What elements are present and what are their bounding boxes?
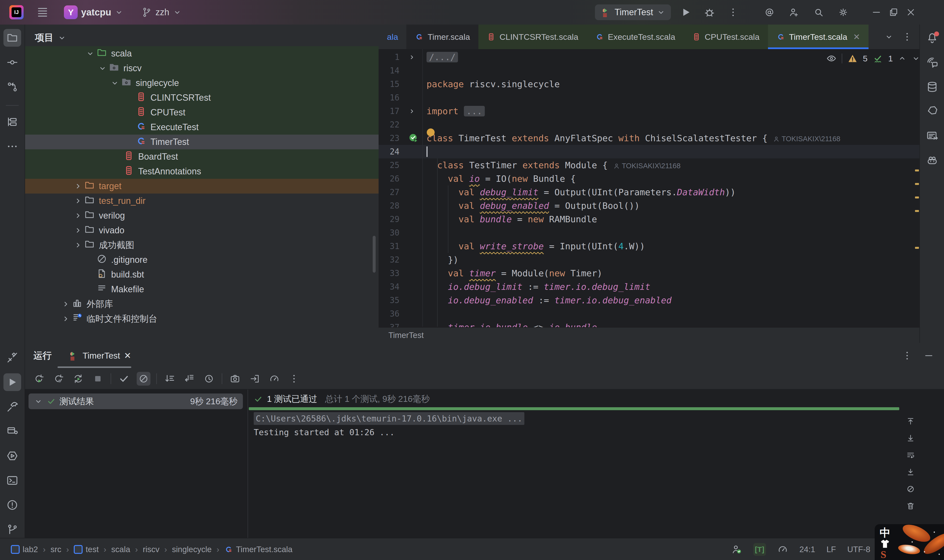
grammar-check-icon[interactable] <box>873 53 883 64</box>
chevron-right-icon[interactable] <box>74 211 82 220</box>
author-inlay-hint[interactable]: TOKISAKIX\21168 <box>773 135 841 143</box>
tree-item-scala[interactable]: scala <box>25 46 438 61</box>
tool-window-button-notifications[interactable] <box>923 29 941 47</box>
tool-window-button-commit[interactable] <box>3 54 21 71</box>
tool-window-button-terminal[interactable] <box>3 472 21 489</box>
tree-item-build.sbt[interactable]: build.sbt <box>25 267 438 282</box>
next-problem-icon[interactable] <box>912 54 921 63</box>
fold-marker-icon[interactable] <box>408 108 415 115</box>
console-soft-wrap-button[interactable] <box>905 451 916 460</box>
tree-item-vivado[interactable]: vivado <box>25 223 425 238</box>
run-tab-timertest[interactable]: TimerTest ✕ <box>66 350 133 361</box>
vcs-branch-widget[interactable]: zzh <box>140 7 183 18</box>
hidden-tabs-icon[interactable] <box>884 32 893 41</box>
tool-window-button-project[interactable] <box>3 29 21 47</box>
run-toolbar-profiler-button[interactable] <box>267 372 281 386</box>
maximize-window-button[interactable] <box>885 4 902 21</box>
tree-item-target[interactable]: target <box>25 179 425 194</box>
ime-brand-logo[interactable]: S <box>881 549 886 560</box>
more-run-actions-button[interactable] <box>725 4 742 21</box>
ime-language-indicator[interactable]: 中 <box>879 526 890 540</box>
project-widget[interactable]: Y yatcpu <box>62 5 125 19</box>
tool-window-button-structure[interactable] <box>3 113 21 131</box>
chevron-down-icon[interactable] <box>57 34 66 42</box>
editor-tab-ExecuteTest.scala[interactable]: ExecuteTest.scala <box>587 25 684 49</box>
tool-window-button-ai-assistant[interactable] <box>923 54 941 71</box>
search-button[interactable] <box>810 4 827 21</box>
editor-breadcrumb[interactable]: TimerTest <box>379 327 919 343</box>
tool-window-button-dependencies[interactable] <box>923 103 941 120</box>
warning-stripe-mark[interactable] <box>915 210 919 212</box>
ai-at-button[interactable] <box>761 4 778 21</box>
editor-tab-TimerTest.scala[interactable]: TimerTest.scala✕ <box>768 25 868 49</box>
tree-item-外部库[interactable]: 外部库 <box>25 297 413 311</box>
tool-window-button-assistant-robot[interactable] <box>923 152 941 169</box>
close-window-button[interactable] <box>902 4 919 21</box>
run-toolbar-history-button[interactable] <box>202 372 216 386</box>
editor-tab-Timer.scala[interactable]: Timer.scala <box>406 25 478 49</box>
close-run-tab-icon[interactable]: ✕ <box>124 351 131 360</box>
tree-item-verilog[interactable]: verilog <box>25 208 425 223</box>
run-toolbar-rerun-auto-button[interactable] <box>71 372 85 386</box>
passed-inspection-count[interactable]: 1 <box>888 54 893 63</box>
console-scroll-top-button[interactable] <box>905 417 916 427</box>
console-delete-button[interactable] <box>905 501 916 511</box>
caret-position[interactable]: 24:1 <box>799 545 815 554</box>
console-clear-all-button[interactable] <box>905 485 916 494</box>
warning-stripe-mark[interactable] <box>915 183 919 185</box>
tool-window-button-documentation[interactable] <box>923 127 941 145</box>
author-inlay-hint[interactable]: TOKISAKIX\21168 <box>613 162 681 170</box>
file-encoding[interactable]: UTF-8 <box>847 545 870 554</box>
run-toolbar-export-button[interactable] <box>248 372 262 386</box>
tree-item-Makefile[interactable]: Makefile <box>25 282 438 297</box>
tool-window-button-pull-requests[interactable] <box>3 78 21 96</box>
chevron-right-icon[interactable] <box>61 300 70 309</box>
minimize-window-button[interactable] <box>868 4 885 21</box>
performance-icon[interactable] <box>777 544 788 555</box>
breadcrumb-TimerTest.scala[interactable]: TimerTest.scala <box>224 545 293 554</box>
fold-marker-icon[interactable] <box>408 54 415 61</box>
breadcrumb-src[interactable]: src <box>50 545 61 554</box>
chevron-right-icon[interactable] <box>74 226 82 235</box>
tab-options-icon[interactable] <box>902 31 913 42</box>
tree-item-成功截图[interactable]: 成功截图 <box>25 238 425 252</box>
license-user-icon[interactable] <box>731 544 742 555</box>
breadcrumb-lab2[interactable]: lab2 <box>11 545 38 554</box>
run-toolbar-snapshot-button[interactable] <box>228 372 242 386</box>
test-results-row[interactable]: 测试结果 9秒 216毫秒 <box>29 394 243 409</box>
chevron-down-icon[interactable] <box>98 64 107 73</box>
main-menu-button[interactable] <box>35 6 50 18</box>
translate-plugin-badge[interactable]: [T] <box>753 543 766 556</box>
tool-window-button-profiler[interactable] <box>3 447 21 465</box>
run-toolbar-show-ignored-button[interactable] <box>137 372 150 386</box>
chevron-right-icon[interactable] <box>74 241 82 249</box>
tool-window-button-more-tool-windows[interactable] <box>3 137 21 155</box>
project-tree-scrollbar[interactable] <box>373 236 376 272</box>
tool-window-button-services[interactable] <box>3 423 21 440</box>
warning-stripe-mark[interactable] <box>915 197 919 198</box>
warning-icon[interactable] <box>847 53 858 64</box>
chevron-right-icon[interactable] <box>74 197 82 205</box>
run-toolbar-collapse-button[interactable] <box>182 372 196 386</box>
editor-tab-ala[interactable]: ala <box>379 25 406 49</box>
prev-problem-icon[interactable] <box>898 54 907 63</box>
user-plus-button[interactable] <box>785 4 803 21</box>
tree-item-.gitignore[interactable]: .gitignore <box>25 252 438 267</box>
breadcrumb-singlecycle[interactable]: singlecycle <box>172 545 211 554</box>
gear-button[interactable] <box>834 4 852 21</box>
tool-window-button-database[interactable] <box>923 78 941 96</box>
run-toolbar-show-passed-button[interactable] <box>117 372 131 386</box>
run-toolbar-more-button[interactable] <box>287 372 301 386</box>
tree-item-test_run_dir[interactable]: test_run_dir <box>25 194 425 208</box>
breadcrumb-test[interactable]: test <box>74 545 99 554</box>
run-button[interactable] <box>677 4 694 21</box>
tool-window-button-build[interactable] <box>3 398 21 415</box>
editor-tab-CLINTCSRTest.scala[interactable]: CLINTCSRTest.scala <box>478 25 587 49</box>
breadcrumb-riscv[interactable]: riscv <box>143 545 160 554</box>
hide-panel-icon[interactable] <box>923 350 934 361</box>
intention-bulb-icon[interactable] <box>427 128 435 136</box>
warning-count[interactable]: 5 <box>863 54 868 63</box>
editor-tab-CPUTest.scala[interactable]: CPUTest.scala <box>684 25 768 49</box>
chevron-down-icon[interactable] <box>86 49 95 58</box>
warning-stripe-mark[interactable] <box>915 169 919 171</box>
